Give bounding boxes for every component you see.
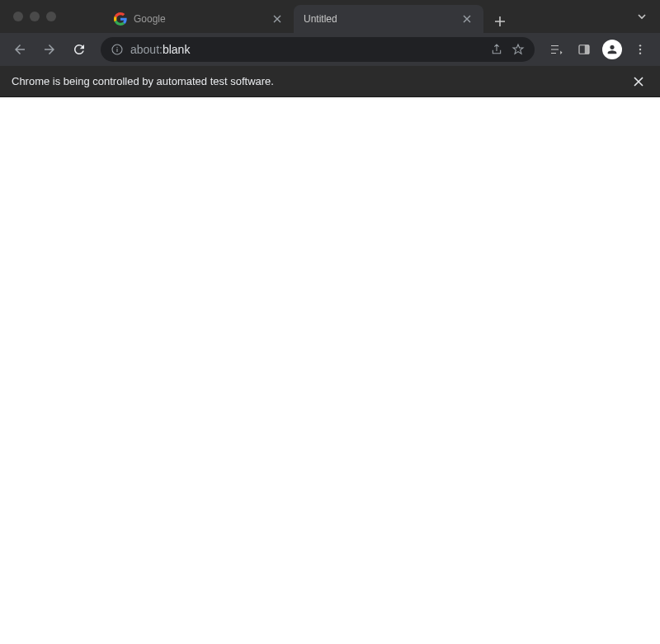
google-favicon-icon bbox=[114, 12, 127, 26]
toolbar: about:blank bbox=[0, 33, 660, 66]
tab-list-dropdown[interactable] bbox=[630, 5, 653, 28]
window-minimize-button[interactable] bbox=[30, 12, 40, 21]
page-content bbox=[0, 97, 660, 644]
tab-title: Untitled bbox=[304, 13, 460, 25]
side-panel-icon[interactable] bbox=[571, 36, 597, 63]
window-titlebar: Google Untitled bbox=[0, 0, 660, 33]
window-maximize-button[interactable] bbox=[46, 12, 56, 21]
svg-rect-4 bbox=[585, 45, 589, 54]
close-icon[interactable] bbox=[460, 12, 474, 26]
tab-google[interactable]: Google bbox=[104, 5, 294, 33]
address-bar[interactable]: about:blank bbox=[101, 37, 535, 62]
new-tab-button[interactable] bbox=[488, 10, 512, 33]
close-icon[interactable] bbox=[629, 72, 648, 92]
url-text: about:blank bbox=[130, 43, 483, 56]
window-close-button[interactable] bbox=[13, 12, 23, 21]
svg-point-7 bbox=[639, 52, 641, 54]
close-icon[interactable] bbox=[271, 12, 284, 26]
tab-title: Google bbox=[134, 13, 271, 25]
profile-button[interactable] bbox=[599, 36, 625, 63]
svg-point-1 bbox=[116, 47, 117, 48]
svg-point-6 bbox=[639, 49, 641, 50]
bookmark-star-icon[interactable] bbox=[512, 43, 525, 56]
avatar-icon bbox=[602, 40, 622, 59]
tab-untitled[interactable]: Untitled bbox=[294, 5, 483, 33]
svg-rect-2 bbox=[116, 49, 117, 52]
infobar-message: Chrome is being controlled by automated … bbox=[12, 75, 274, 87]
back-button[interactable] bbox=[7, 36, 33, 63]
tab-strip: Google Untitled bbox=[104, 0, 630, 33]
reload-button[interactable] bbox=[66, 36, 92, 63]
reading-list-icon[interactable] bbox=[543, 36, 569, 63]
automation-infobar: Chrome is being controlled by automated … bbox=[0, 66, 660, 97]
share-icon[interactable] bbox=[490, 43, 503, 56]
window-controls bbox=[7, 12, 63, 21]
forward-button[interactable] bbox=[36, 36, 63, 63]
svg-point-5 bbox=[639, 45, 641, 46]
menu-button[interactable] bbox=[627, 36, 653, 63]
site-info-icon[interactable] bbox=[111, 43, 124, 56]
